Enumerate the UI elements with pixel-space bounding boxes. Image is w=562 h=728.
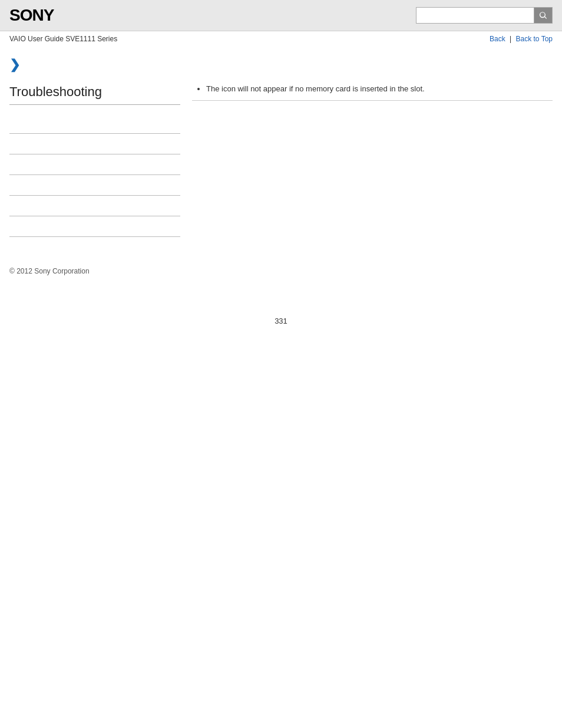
sidebar-link-item-2 bbox=[9, 134, 180, 154]
sidebar-link-5[interactable] bbox=[9, 203, 180, 211]
search-input[interactable] bbox=[416, 7, 534, 24]
header: SONY bbox=[0, 0, 562, 31]
breadcrumb: VAIO User Guide SVE1111 Series bbox=[9, 35, 117, 43]
sidebar-link-3[interactable] bbox=[9, 162, 180, 170]
left-sidebar: Troubleshooting bbox=[9, 84, 180, 237]
bullet-item-1: The icon will not appear if no memory ca… bbox=[206, 84, 553, 97]
footer: © 2012 Sony Corporation bbox=[0, 249, 562, 281]
main-content: ❯ Troubleshooting bbox=[0, 47, 562, 249]
bullet-list: The icon will not appear if no memory ca… bbox=[192, 84, 553, 97]
sidebar-link-1[interactable] bbox=[9, 120, 180, 129]
back-link[interactable]: Back bbox=[490, 35, 505, 43]
chevron-icon: ❯ bbox=[9, 57, 20, 73]
section-title: Troubleshooting bbox=[9, 84, 180, 105]
right-content: The icon will not appear if no memory ca… bbox=[192, 84, 553, 237]
nav-separator: | bbox=[510, 35, 511, 43]
sidebar-link-item-3 bbox=[9, 154, 180, 175]
search-button[interactable] bbox=[534, 7, 553, 24]
sidebar-link-item-5 bbox=[9, 196, 180, 216]
sony-logo: SONY bbox=[9, 6, 54, 25]
nav-links: Back | Back to Top bbox=[490, 35, 553, 43]
content-divider bbox=[192, 100, 553, 101]
copyright: © 2012 Sony Corporation bbox=[9, 267, 90, 275]
search-icon bbox=[538, 11, 548, 20]
content-layout: Troubleshooting The bbox=[9, 84, 553, 237]
sidebar-link-item-4 bbox=[9, 175, 180, 196]
sidebar-link-item-6 bbox=[9, 216, 180, 237]
search-area bbox=[416, 7, 553, 24]
sidebar-link-6[interactable] bbox=[9, 223, 180, 232]
sidebar-link-item-1 bbox=[9, 113, 180, 134]
sidebar-link-4[interactable] bbox=[9, 182, 180, 190]
nav-bar: VAIO User Guide SVE1111 Series Back | Ba… bbox=[0, 31, 562, 47]
page-number: 331 bbox=[0, 317, 562, 325]
sidebar-link-2[interactable] bbox=[9, 141, 180, 149]
back-to-top-link[interactable]: Back to Top bbox=[516, 35, 553, 43]
